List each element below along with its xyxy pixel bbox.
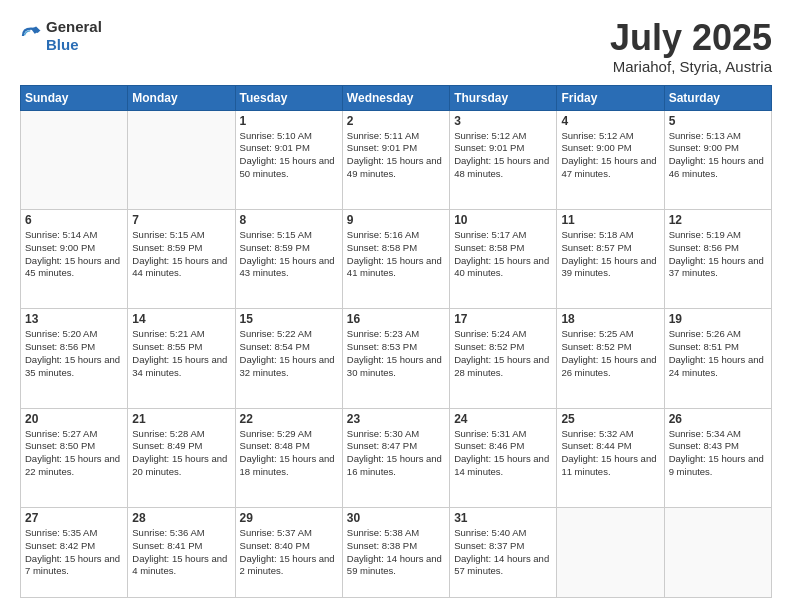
cell-details: Sunrise: 5:13 AMSunset: 9:00 PMDaylight:… (669, 130, 767, 181)
cell-details: Sunrise: 5:21 AMSunset: 8:55 PMDaylight:… (132, 328, 230, 379)
table-row: 11Sunrise: 5:18 AMSunset: 8:57 PMDayligh… (557, 209, 664, 308)
day-number: 29 (240, 511, 338, 525)
table-row: 7Sunrise: 5:15 AMSunset: 8:59 PMDaylight… (128, 209, 235, 308)
cell-details: Sunrise: 5:15 AMSunset: 8:59 PMDaylight:… (132, 229, 230, 280)
cell-details: Sunrise: 5:22 AMSunset: 8:54 PMDaylight:… (240, 328, 338, 379)
day-number: 8 (240, 213, 338, 227)
table-row: 12Sunrise: 5:19 AMSunset: 8:56 PMDayligh… (664, 209, 771, 308)
cell-details: Sunrise: 5:27 AMSunset: 8:50 PMDaylight:… (25, 428, 123, 479)
logo-blue: Blue (46, 36, 79, 53)
cell-details: Sunrise: 5:38 AMSunset: 8:38 PMDaylight:… (347, 527, 445, 578)
day-number: 25 (561, 412, 659, 426)
table-row: 17Sunrise: 5:24 AMSunset: 8:52 PMDayligh… (450, 309, 557, 408)
day-number: 10 (454, 213, 552, 227)
table-row: 4Sunrise: 5:12 AMSunset: 9:00 PMDaylight… (557, 110, 664, 209)
day-number: 23 (347, 412, 445, 426)
location-title: Mariahof, Styria, Austria (610, 58, 772, 75)
cell-details: Sunrise: 5:23 AMSunset: 8:53 PMDaylight:… (347, 328, 445, 379)
table-row: 18Sunrise: 5:25 AMSunset: 8:52 PMDayligh… (557, 309, 664, 408)
day-number: 22 (240, 412, 338, 426)
header-friday: Friday (557, 85, 664, 110)
table-row: 2Sunrise: 5:11 AMSunset: 9:01 PMDaylight… (342, 110, 449, 209)
table-row: 30Sunrise: 5:38 AMSunset: 8:38 PMDayligh… (342, 508, 449, 598)
day-number: 18 (561, 312, 659, 326)
cell-details: Sunrise: 5:10 AMSunset: 9:01 PMDaylight:… (240, 130, 338, 181)
cell-details: Sunrise: 5:15 AMSunset: 8:59 PMDaylight:… (240, 229, 338, 280)
header-wednesday: Wednesday (342, 85, 449, 110)
logo-icon (20, 25, 42, 47)
cell-details: Sunrise: 5:16 AMSunset: 8:58 PMDaylight:… (347, 229, 445, 280)
table-row: 1Sunrise: 5:10 AMSunset: 9:01 PMDaylight… (235, 110, 342, 209)
table-row: 25Sunrise: 5:32 AMSunset: 8:44 PMDayligh… (557, 408, 664, 507)
cell-details: Sunrise: 5:26 AMSunset: 8:51 PMDaylight:… (669, 328, 767, 379)
calendar-week-row: 6Sunrise: 5:14 AMSunset: 9:00 PMDaylight… (21, 209, 772, 308)
calendar-week-row: 1Sunrise: 5:10 AMSunset: 9:01 PMDaylight… (21, 110, 772, 209)
cell-details: Sunrise: 5:32 AMSunset: 8:44 PMDaylight:… (561, 428, 659, 479)
cell-details: Sunrise: 5:30 AMSunset: 8:47 PMDaylight:… (347, 428, 445, 479)
cell-details: Sunrise: 5:17 AMSunset: 8:58 PMDaylight:… (454, 229, 552, 280)
day-number: 14 (132, 312, 230, 326)
cell-details: Sunrise: 5:25 AMSunset: 8:52 PMDaylight:… (561, 328, 659, 379)
day-number: 27 (25, 511, 123, 525)
table-row: 13Sunrise: 5:20 AMSunset: 8:56 PMDayligh… (21, 309, 128, 408)
table-row: 23Sunrise: 5:30 AMSunset: 8:47 PMDayligh… (342, 408, 449, 507)
day-number: 9 (347, 213, 445, 227)
day-number: 4 (561, 114, 659, 128)
cell-details: Sunrise: 5:12 AMSunset: 9:00 PMDaylight:… (561, 130, 659, 181)
cell-details: Sunrise: 5:11 AMSunset: 9:01 PMDaylight:… (347, 130, 445, 181)
day-number: 21 (132, 412, 230, 426)
title-block: July 2025 Mariahof, Styria, Austria (610, 18, 772, 75)
header-thursday: Thursday (450, 85, 557, 110)
cell-details: Sunrise: 5:29 AMSunset: 8:48 PMDaylight:… (240, 428, 338, 479)
table-row: 27Sunrise: 5:35 AMSunset: 8:42 PMDayligh… (21, 508, 128, 598)
table-row: 9Sunrise: 5:16 AMSunset: 8:58 PMDaylight… (342, 209, 449, 308)
table-row: 15Sunrise: 5:22 AMSunset: 8:54 PMDayligh… (235, 309, 342, 408)
table-row: 29Sunrise: 5:37 AMSunset: 8:40 PMDayligh… (235, 508, 342, 598)
header: General Blue July 2025 Mariahof, Styria,… (20, 18, 772, 75)
day-number: 7 (132, 213, 230, 227)
month-title: July 2025 (610, 18, 772, 58)
table-row: 16Sunrise: 5:23 AMSunset: 8:53 PMDayligh… (342, 309, 449, 408)
weekday-header-row: Sunday Monday Tuesday Wednesday Thursday… (21, 85, 772, 110)
header-tuesday: Tuesday (235, 85, 342, 110)
table-row: 5Sunrise: 5:13 AMSunset: 9:00 PMDaylight… (664, 110, 771, 209)
table-row (128, 110, 235, 209)
cell-details: Sunrise: 5:34 AMSunset: 8:43 PMDaylight:… (669, 428, 767, 479)
cell-details: Sunrise: 5:19 AMSunset: 8:56 PMDaylight:… (669, 229, 767, 280)
table-row: 21Sunrise: 5:28 AMSunset: 8:49 PMDayligh… (128, 408, 235, 507)
table-row (664, 508, 771, 598)
calendar-week-row: 20Sunrise: 5:27 AMSunset: 8:50 PMDayligh… (21, 408, 772, 507)
cell-details: Sunrise: 5:40 AMSunset: 8:37 PMDaylight:… (454, 527, 552, 578)
day-number: 20 (25, 412, 123, 426)
logo: General Blue (20, 18, 102, 54)
logo-text: General Blue (46, 18, 102, 54)
cell-details: Sunrise: 5:28 AMSunset: 8:49 PMDaylight:… (132, 428, 230, 479)
cell-details: Sunrise: 5:35 AMSunset: 8:42 PMDaylight:… (25, 527, 123, 578)
cell-details: Sunrise: 5:36 AMSunset: 8:41 PMDaylight:… (132, 527, 230, 578)
cell-details: Sunrise: 5:24 AMSunset: 8:52 PMDaylight:… (454, 328, 552, 379)
day-number: 19 (669, 312, 767, 326)
table-row: 3Sunrise: 5:12 AMSunset: 9:01 PMDaylight… (450, 110, 557, 209)
table-row: 6Sunrise: 5:14 AMSunset: 9:00 PMDaylight… (21, 209, 128, 308)
cell-details: Sunrise: 5:37 AMSunset: 8:40 PMDaylight:… (240, 527, 338, 578)
day-number: 11 (561, 213, 659, 227)
header-sunday: Sunday (21, 85, 128, 110)
day-number: 13 (25, 312, 123, 326)
day-number: 28 (132, 511, 230, 525)
header-saturday: Saturday (664, 85, 771, 110)
table-row: 10Sunrise: 5:17 AMSunset: 8:58 PMDayligh… (450, 209, 557, 308)
day-number: 24 (454, 412, 552, 426)
table-row: 31Sunrise: 5:40 AMSunset: 8:37 PMDayligh… (450, 508, 557, 598)
table-row: 22Sunrise: 5:29 AMSunset: 8:48 PMDayligh… (235, 408, 342, 507)
day-number: 31 (454, 511, 552, 525)
table-row: 19Sunrise: 5:26 AMSunset: 8:51 PMDayligh… (664, 309, 771, 408)
cell-details: Sunrise: 5:18 AMSunset: 8:57 PMDaylight:… (561, 229, 659, 280)
cell-details: Sunrise: 5:20 AMSunset: 8:56 PMDaylight:… (25, 328, 123, 379)
day-number: 30 (347, 511, 445, 525)
calendar-week-row: 13Sunrise: 5:20 AMSunset: 8:56 PMDayligh… (21, 309, 772, 408)
day-number: 17 (454, 312, 552, 326)
page: General Blue July 2025 Mariahof, Styria,… (0, 0, 792, 612)
day-number: 3 (454, 114, 552, 128)
calendar-week-row: 27Sunrise: 5:35 AMSunset: 8:42 PMDayligh… (21, 508, 772, 598)
table-row (557, 508, 664, 598)
